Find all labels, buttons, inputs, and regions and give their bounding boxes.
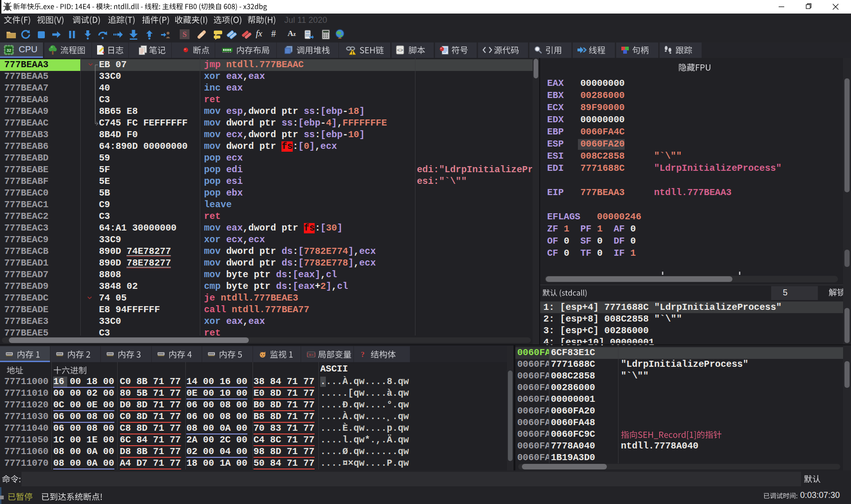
svg-text:[x=]: [x=] — [307, 353, 316, 357]
svg-text:32: 32 — [7, 48, 11, 53]
svg-text:?: ? — [361, 350, 365, 358]
svg-text:S: S — [183, 30, 187, 38]
svg-text:<>: <> — [397, 48, 403, 53]
